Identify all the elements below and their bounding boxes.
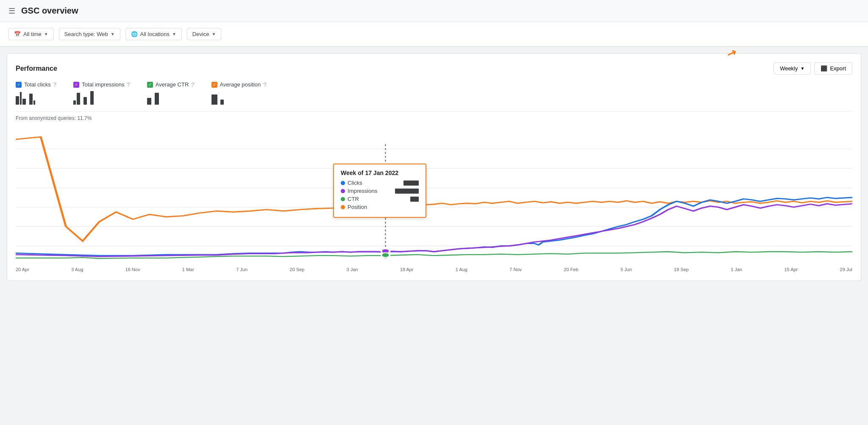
help-icon[interactable]: ? — [191, 81, 194, 88]
performance-header: Performance ↗ Weekly ▼ ⬛ Export — [16, 62, 852, 75]
x-label: 1 Aug — [456, 267, 467, 272]
tooltip-row-clicks: Clicks — [341, 180, 419, 186]
chevron-down-icon: ▼ — [172, 32, 176, 36]
search-type-label: Search type: Web — [64, 31, 108, 37]
average-position-checkbox[interactable]: ✓ — [211, 82, 217, 88]
x-label: 20 Feb — [564, 267, 578, 272]
average-ctr-label: ✓ Average CTR ? — [147, 81, 195, 88]
page-title: GSC overview — [21, 6, 78, 16]
bar-segment — [83, 97, 87, 105]
bar-segment — [155, 93, 159, 105]
tooltip-impressions-label: Impressions — [341, 188, 377, 194]
tooltip-ctr-label: CTR — [341, 196, 359, 202]
total-clicks-checkbox[interactable]: ✓ — [16, 82, 22, 88]
tooltip-row-position: Position — [341, 204, 419, 210]
performance-chart — [16, 130, 852, 265]
impressions-value — [395, 189, 419, 194]
chart-tooltip: Week of 17 Jan 2022 Clicks Impressions — [333, 164, 426, 218]
average-position-bar — [211, 89, 267, 105]
x-label: 5 Jun — [620, 267, 632, 272]
all-locations-filter[interactable]: 🌐 All locations ▼ — [125, 28, 182, 40]
average-position-label: ✓ Average position ? — [211, 81, 267, 88]
total-impressions-label: ✓ Total impressions ? — [73, 81, 130, 88]
x-label: 3 Aug — [71, 267, 83, 272]
x-label: 3 Jan — [347, 267, 358, 272]
position-dot — [341, 205, 345, 209]
tooltip-row-impressions: Impressions — [341, 188, 419, 194]
device-filter[interactable]: Device ▼ — [187, 28, 222, 40]
clicks-value — [403, 181, 419, 186]
bar-segment — [73, 100, 76, 105]
main-content: Performance ↗ Weekly ▼ ⬛ Export ✓ Total … — [7, 53, 861, 281]
x-label: 16 Nov — [125, 267, 140, 272]
x-label: 1 Mar — [182, 267, 194, 272]
all-time-filter[interactable]: 📅 All time ▼ — [8, 28, 54, 40]
total-clicks-bar — [16, 89, 56, 105]
x-label: 18 Apr — [400, 267, 414, 272]
svg-point-9 — [381, 253, 390, 257]
x-label: 20 Sep — [289, 267, 304, 272]
x-label: 18 Sep — [674, 267, 689, 272]
x-label: 7 Jun — [236, 267, 248, 272]
export-icon: ⬛ — [821, 65, 827, 72]
x-label: 1 Jan — [731, 267, 742, 272]
device-label: Device — [192, 31, 209, 37]
bar-segment — [90, 91, 94, 105]
bar-segment — [211, 94, 217, 105]
all-locations-label: All locations — [140, 31, 170, 37]
help-icon[interactable]: ? — [53, 81, 56, 88]
ctr-value — [410, 197, 419, 202]
help-icon[interactable]: ? — [263, 81, 266, 88]
x-axis-labels: 20 Apr 3 Aug 16 Nov 1 Mar 7 Jun 20 Sep 3… — [16, 265, 852, 272]
performance-title: Performance — [16, 65, 57, 72]
ctr-dot — [341, 197, 345, 201]
bar-segment — [147, 98, 151, 105]
chevron-down-icon: ▼ — [111, 32, 115, 36]
weekly-button[interactable]: Weekly ▼ — [773, 62, 811, 75]
filter-bar: 📅 All time ▼ Search type: Web ▼ 🌐 All lo… — [0, 22, 868, 47]
chevron-down-icon: ▼ — [212, 32, 216, 36]
help-icon[interactable]: ? — [127, 81, 130, 88]
average-ctr-metric: ✓ Average CTR ? — [147, 81, 195, 105]
x-label: 29 Jul — [840, 267, 852, 272]
total-impressions-bar — [73, 89, 130, 105]
export-button[interactable]: ⬛ Export — [814, 62, 852, 75]
tooltip-position-label: Position — [341, 204, 367, 210]
tooltip-clicks-label: Clicks — [341, 180, 362, 186]
export-label: Export — [830, 65, 846, 72]
metrics-row: ✓ Total clicks ? ✓ Total impressions ? — [16, 81, 852, 112]
bar-segment — [20, 92, 22, 105]
menu-icon[interactable]: ☰ — [8, 6, 15, 16]
arrow-annotation: ↗ — [725, 45, 738, 61]
total-clicks-label: ✓ Total clicks ? — [16, 81, 56, 88]
impressions-dot — [341, 189, 345, 193]
x-label: 7 Nov — [509, 267, 522, 272]
header-bar: ☰ GSC overview — [0, 0, 868, 22]
average-position-metric: ✓ Average position ? — [211, 81, 267, 105]
bar-segment — [22, 99, 26, 105]
bar-segment — [29, 94, 33, 105]
tooltip-row-ctr: CTR — [341, 196, 419, 202]
tooltip-date: Week of 17 Jan 2022 — [341, 169, 419, 176]
anonymized-note: From anonymized queries: 11.7% — [16, 115, 852, 121]
calendar-icon: 📅 — [14, 31, 21, 37]
bar-segment — [220, 100, 224, 105]
chart-container: Week of 17 Jan 2022 Clicks Impressions — [16, 130, 852, 265]
bar-segment — [16, 96, 19, 105]
bar-segment — [77, 93, 80, 105]
average-ctr-bar — [147, 89, 195, 105]
all-time-label: All time — [23, 31, 42, 37]
chevron-down-icon: ▼ — [44, 32, 48, 36]
average-ctr-checkbox[interactable]: ✓ — [147, 82, 153, 88]
total-clicks-metric: ✓ Total clicks ? — [16, 81, 56, 105]
search-type-filter[interactable]: Search type: Web ▼ — [59, 28, 120, 40]
total-impressions-metric: ✓ Total impressions ? — [73, 81, 130, 105]
chevron-down-icon: ▼ — [801, 66, 805, 71]
total-impressions-checkbox[interactable]: ✓ — [73, 82, 79, 88]
bar-segment — [33, 100, 35, 105]
weekly-label: Weekly — [780, 65, 798, 72]
x-label: 20 Apr — [16, 267, 29, 272]
clicks-dot — [341, 181, 345, 185]
header-actions: ↗ Weekly ▼ ⬛ Export — [770, 62, 852, 75]
x-label: 15 Apr — [784, 267, 798, 272]
